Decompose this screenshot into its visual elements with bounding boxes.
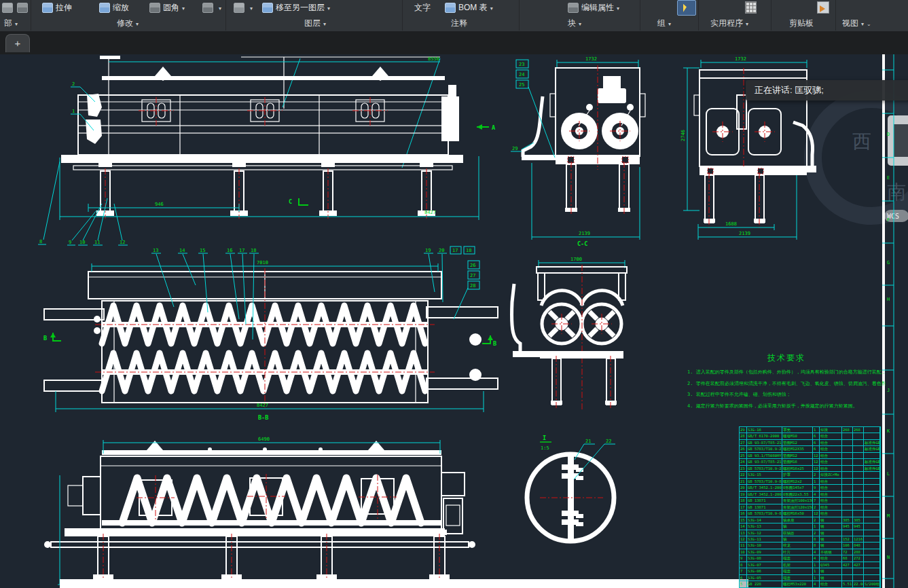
- panel-block[interactable]: 块▾: [568, 16, 581, 30]
- bom-cell-w2: [853, 492, 864, 497]
- bom-cell-mat: 组合: [820, 485, 842, 490]
- frame-zone-letter: F: [887, 217, 890, 223]
- bom-table-button[interactable]: BOM 表▾: [445, 1, 493, 14]
- chevron-down-icon[interactable]: ▾: [182, 5, 185, 12]
- svg-text:21: 21: [585, 439, 591, 444]
- grip-icon[interactable]: [2, 1, 16, 14]
- table-row[interactable]: 24GB 93-87/T85-21垫圈M1612组合标准件GB: [740, 459, 880, 465]
- tech-req-title: 技术要求: [687, 352, 886, 364]
- modify-extra-button[interactable]: ▾: [202, 1, 221, 14]
- bom-cell-qty: 12: [813, 459, 820, 464]
- table-row[interactable]: 5GB 228螺栓M53x2204组合5.5122.04S/200组螺纹: [740, 581, 880, 587]
- table-row[interactable]: 7SJG-06端盖1钢: [740, 568, 880, 574]
- dim-6490: 6490: [258, 437, 270, 442]
- table-row[interactable]: 8SJG-07机架1Q345427427: [740, 562, 880, 568]
- move-to-layer-button[interactable]: 移至另一图层▾: [262, 1, 330, 14]
- table-row[interactable]: 28GB/T 6170-2000螺母M106组合: [740, 433, 880, 439]
- bom-cell-rem: [864, 568, 880, 574]
- table-row[interactable]: 15SJG-14轴承座2钢385385: [740, 517, 880, 523]
- table-row[interactable]: 13SJG-12联轴器2钢: [740, 530, 880, 536]
- bom-cell-w1: [842, 575, 853, 581]
- table-row[interactable]: 10SJG-09叶片4不锈钢72288: [740, 549, 880, 555]
- bom-cell-rem: [864, 479, 880, 484]
- bom-cell-code: SJG-11: [747, 536, 782, 542]
- table-row[interactable]: 11SJG-10绞龙8钢106848: [740, 543, 880, 549]
- table-row[interactable]: 21GB 5783/T10.9-8螺栓M12x21组合: [740, 479, 880, 485]
- svg-text:23: 23: [519, 62, 524, 67]
- table-row[interactable]: 29SJG-16罩壳1焊接268268: [740, 427, 880, 433]
- table-row[interactable]: 26GB 5783/T10.9-21螺栓M12X356组合标准件GB: [740, 446, 880, 452]
- table-row[interactable]: 19GB/T 3452.1-2005O形圈22x3.554组合: [740, 492, 880, 498]
- section-c-label: C: [289, 198, 292, 205]
- text-button[interactable]: 文字: [414, 1, 431, 14]
- bom-parts-table[interactable]: 29SJG-16罩壳1焊接26826828GB/T 6170-2000螺母M10…: [739, 426, 881, 588]
- bom-cell-mat: 钢: [820, 568, 842, 574]
- layer-state-button[interactable]: ▾: [234, 1, 253, 14]
- bom-cell-rem: [864, 549, 880, 555]
- table-row[interactable]: 20GB/T 3452.1-2005O形圈145x79组合: [740, 485, 880, 491]
- bom-cell-code: GB 93.1/T5080HY-2: [747, 453, 782, 458]
- chevron-down-icon[interactable]: ▾: [327, 5, 330, 12]
- bom-cell-w2: 385: [853, 517, 864, 523]
- bom-cell-code: SJG-16: [747, 427, 782, 433]
- bom-cell-code: SJG-12: [747, 530, 782, 536]
- table-row[interactable]: 14SJG-13轴1钢945945: [740, 523, 880, 530]
- fillet-button[interactable]: 圆角▾: [149, 1, 185, 14]
- table-row[interactable]: 12SJG-11轴8钢1521216: [740, 536, 880, 543]
- dim-8427-bb: 8427: [257, 403, 268, 408]
- viewcube-south-label[interactable]: 南: [887, 181, 906, 203]
- paste-icon[interactable]: [817, 1, 829, 14]
- quickcalc-icon[interactable]: [745, 1, 757, 14]
- bom-cell-name: 骨架油封100x130x12: [782, 498, 813, 503]
- stretch-button[interactable]: 拉伸: [42, 1, 72, 14]
- bom-cell-qty: 1: [813, 562, 820, 568]
- table-row[interactable]: 22SJG-15护罩2焊接ZCrMo: [740, 472, 880, 478]
- panel-separator: [771, 0, 771, 31]
- bom-cell-no: 21: [740, 479, 747, 484]
- ribbon-collapse-icon[interactable]: ⌄: [867, 21, 871, 27]
- scale-button[interactable]: 缩放: [99, 1, 129, 14]
- dim-2746: 2746: [680, 130, 686, 141]
- table-row[interactable]: 25GB 93.1/T5080HY-2垫圈M1212组合: [740, 453, 880, 459]
- bom-cell-name: 端盖: [782, 568, 813, 574]
- bom-cell-name: 螺栓M16x25: [782, 466, 813, 471]
- panel-clipboard[interactable]: 剪贴板: [789, 16, 814, 30]
- bom-cell-no: 23: [740, 466, 747, 471]
- bom-cell-rem: [864, 517, 880, 523]
- panel-utilities[interactable]: 实用程序▾: [710, 16, 748, 30]
- section-a-label: A: [492, 124, 495, 131]
- window-icon[interactable]: [17, 1, 31, 14]
- chevron-down-icon[interactable]: ▾: [490, 5, 493, 12]
- panel-separator: [640, 0, 640, 31]
- panel-group[interactable]: 组▾: [657, 16, 671, 30]
- bom-cell-qty: 8: [813, 543, 820, 548]
- table-row[interactable]: 9SJG-08端盖4组合68272: [740, 555, 880, 562]
- chevron-down-icon[interactable]: ▾: [617, 5, 619, 12]
- table-row[interactable]: 18GB 13871骨架油封100x130x127组合: [740, 498, 880, 504]
- table-row[interactable]: 6SJG-05端盖1钢: [740, 575, 880, 581]
- panel-view[interactable]: 视图▾⌄: [842, 16, 871, 30]
- bom-cell-code: GB 5783/T10.9-21: [747, 446, 782, 452]
- viewcube-west-label[interactable]: 西: [852, 130, 871, 153]
- new-tab-button[interactable]: +: [5, 34, 30, 52]
- chevron-down-icon[interactable]: ▾: [219, 5, 221, 12]
- table-row[interactable]: 23GB 5783/T10.9-21螺栓M16x2512组合标准件GB: [740, 466, 880, 472]
- bom-cell-no: 20: [740, 485, 747, 490]
- table-row[interactable]: 16GB 5783/T10.9-8螺栓M16x5012组合: [740, 511, 880, 517]
- bom-cell-code: SJG-06: [747, 568, 782, 574]
- bom-cell-w2: 272: [853, 555, 864, 561]
- table-row[interactable]: 27GB 93-87/T85-21垫圈M126组合标准件GB: [740, 440, 880, 446]
- panel-annotate[interactable]: 注释: [451, 16, 467, 30]
- edit-attributes-button[interactable]: 编辑属性▾: [568, 1, 619, 14]
- bom-cell-name: 螺栓M16x50: [782, 511, 813, 516]
- table-row[interactable]: 17GB 13871骨架油封120x150x122组合: [740, 504, 880, 511]
- panel-modify[interactable]: 修改▾: [117, 16, 139, 30]
- panel-layers[interactable]: 图层▾: [304, 16, 326, 30]
- speaking-text: 正在讲话: 匡驭骢;: [755, 85, 824, 95]
- chevron-down-icon[interactable]: ▾: [250, 5, 253, 12]
- svg-text:17: 17: [239, 248, 244, 253]
- group-button[interactable]: [677, 0, 696, 16]
- bom-cell-mat: 钢: [820, 517, 842, 523]
- panel-partial[interactable]: 部▾: [4, 16, 18, 30]
- bom-cell-mat: 组合: [820, 555, 842, 561]
